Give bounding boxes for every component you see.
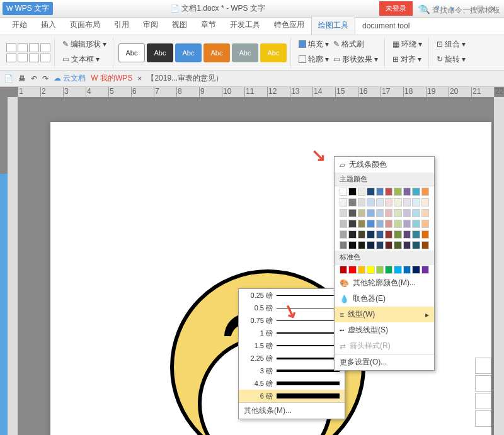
line-weight-option[interactable]: 1.5 磅	[239, 339, 345, 352]
color-picker[interactable]: 💧 取色器(E)	[335, 291, 434, 307]
more-settings[interactable]: 更多设置(O)...	[335, 354, 434, 370]
style-chip[interactable]: Abc	[118, 43, 145, 62]
standard-color-row[interactable]	[335, 264, 434, 275]
wrap-button[interactable]: ▦ 环绕▾	[390, 38, 425, 51]
style-chip[interactable]: Abc	[203, 43, 230, 62]
color-swatch[interactable]	[358, 188, 365, 196]
style-chip[interactable]: Abc	[232, 43, 258, 62]
doc-tab-close[interactable]: ×	[137, 74, 142, 83]
tab-5[interactable]: 视图	[165, 15, 194, 35]
color-swatch[interactable]	[394, 266, 401, 274]
theme-color-row[interactable]	[335, 186, 434, 197]
theme-colors-header: 主题颜色	[335, 172, 434, 186]
other-lines[interactable]: 其他线条(M)...	[239, 402, 345, 419]
color-swatch[interactable]	[403, 188, 411, 196]
color-swatch[interactable]	[367, 266, 374, 274]
color-swatch[interactable]	[412, 188, 420, 196]
color-swatch[interactable]	[376, 188, 384, 196]
theme-shade-row[interactable]	[335, 208, 434, 218]
color-swatch[interactable]	[358, 266, 365, 274]
theme-shade-row[interactable]	[335, 229, 434, 240]
line-weight-option[interactable]: 6 磅	[239, 390, 345, 402]
more-outline-colors[interactable]: 🎨 其他轮廓颜色(M)...	[335, 275, 434, 291]
line-weight-option[interactable]: 2.25 磅	[239, 352, 345, 364]
qat-icon[interactable]: 📄	[4, 74, 13, 83]
color-swatch[interactable]	[348, 188, 356, 196]
canvas: 1234567891011121314151617181920212223242…	[0, 87, 504, 435]
theme-shade-row[interactable]	[335, 240, 434, 251]
cloud-doc-tab[interactable]: ☁ 云文档	[54, 73, 86, 84]
tab-3[interactable]: 引用	[107, 15, 136, 35]
style-chip[interactable]: Abc	[260, 43, 287, 62]
style-presets[interactable]: AbcAbcAbcAbcAbcAbc	[115, 38, 291, 68]
tab-0[interactable]: 开始	[5, 15, 34, 35]
ruler-horizontal: 1234567891011121314151617181920212223242…	[18, 87, 494, 97]
color-swatch[interactable]	[348, 266, 356, 274]
annotation-arrow-icon: ↘	[311, 145, 326, 166]
standard-colors-header: 标准色	[335, 251, 434, 264]
color-swatch[interactable]	[340, 188, 347, 196]
document-tabs-bar: 📄🖶↶↷ ☁ 云文档 W 我的WPS × 【2019...审表的意见） 🔍 查找…	[0, 71, 504, 87]
qat-icon[interactable]: ↶	[31, 74, 37, 83]
tab-4[interactable]: 审阅	[136, 15, 165, 35]
left-panel-edge	[0, 174, 8, 435]
color-swatch[interactable]	[340, 266, 347, 274]
scrollbar-vertical[interactable]	[494, 97, 504, 435]
tab-6[interactable]: 章节	[194, 15, 223, 35]
tab-10[interactable]: document tool	[355, 17, 416, 35]
color-swatch[interactable]	[367, 188, 374, 196]
tab-2[interactable]: 页面布局	[63, 15, 107, 35]
outline-color-menu: ▱ 无线条颜色 主题颜色 标准色 🎨 其他轮廓颜色(M)... 💧 取色器(E)…	[334, 156, 435, 371]
login-status[interactable]: 未登录	[379, 1, 413, 16]
line-weight-option[interactable]: 0.25 磅	[239, 289, 345, 302]
textbox-button[interactable]: ▭ 文本框 ▾	[60, 53, 102, 66]
ruler-vertical	[8, 97, 18, 435]
qat-icon[interactable]: 🖶	[18, 74, 26, 83]
color-swatch[interactable]	[385, 188, 392, 196]
color-swatch[interactable]	[376, 266, 384, 274]
color-swatch[interactable]	[385, 266, 392, 274]
style-chip[interactable]: Abc	[175, 43, 202, 62]
tab-9[interactable]: 绘图工具	[311, 16, 355, 35]
no-outline-color[interactable]: ▱ 无线条颜色	[335, 157, 434, 172]
qat-icon[interactable]: ↷	[42, 74, 49, 83]
document-title: 📄 文档1.docx * - WPS 文字	[57, 3, 379, 14]
color-swatch[interactable]	[394, 188, 401, 196]
ribbon: ✎ 编辑形状 ▾ ▭ 文本框 ▾ AbcAbcAbcAbcAbcAbc 填充 ▾…	[0, 35, 504, 71]
floating-shape-tools[interactable]	[475, 358, 491, 427]
theme-shade-row[interactable]	[335, 218, 434, 229]
line-type-submenu[interactable]: ≡ 线型(W)▸	[335, 307, 434, 322]
line-weight-option[interactable]: 3 磅	[239, 364, 345, 377]
search-input[interactable]: 🔍 查找命令、搜索模板	[421, 5, 500, 16]
color-swatch[interactable]	[403, 266, 411, 274]
mywps-tab[interactable]: W 我的WPS	[91, 73, 132, 84]
group-button[interactable]: ⊡ 组合▾	[434, 38, 468, 51]
app-logo: W WPS 文字	[3, 2, 53, 15]
tab-7[interactable]: 开发工具	[223, 15, 267, 35]
line-weight-option[interactable]: 1 磅	[239, 327, 345, 339]
align-button[interactable]: ⊞ 对齐▾	[390, 53, 424, 66]
outline-button[interactable]: 轮廓 ▾ ▭形状效果 ▾	[296, 53, 381, 66]
rotate-button[interactable]: ↻ 旋转▾	[434, 53, 468, 66]
color-swatch[interactable]	[412, 266, 420, 274]
color-swatch[interactable]	[421, 188, 429, 196]
fill-button[interactable]: 填充 ▾ ✎格式刷	[296, 38, 367, 51]
ribbon-tabs: 开始插入页面布局引用审阅视图章节开发工具特色应用绘图工具document too…	[0, 18, 504, 35]
dash-type-submenu[interactable]: ┅ 虚线线型(S)	[335, 322, 434, 338]
theme-shade-row[interactable]	[335, 197, 434, 208]
style-chip[interactable]: Abc	[147, 43, 173, 62]
shapes-gallery[interactable]	[3, 38, 55, 68]
doc-tab[interactable]: 【2019...审表的意见）	[147, 73, 223, 84]
edit-shape-button[interactable]: ✎ 编辑形状 ▾	[60, 38, 109, 51]
line-weight-option[interactable]: 4.5 磅	[239, 377, 345, 390]
tab-8[interactable]: 特色应用	[267, 15, 311, 35]
color-swatch[interactable]	[421, 266, 429, 274]
tab-1[interactable]: 插入	[34, 15, 63, 35]
arrow-style-submenu[interactable]: ⇄ 箭头样式(R)	[335, 338, 434, 354]
